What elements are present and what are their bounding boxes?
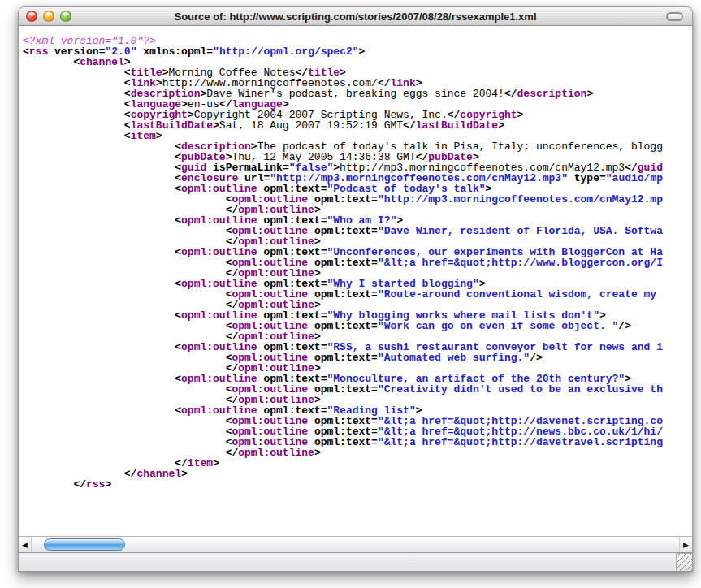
token-pun: > <box>586 88 593 100</box>
token-val: "http://opml.org/spec2" <box>213 45 358 58</box>
token-val: "Creativity didn't used to be an exclusi… <box>378 383 663 396</box>
source-line: <opml:outline opml:text="Automated web s… <box>23 352 692 363</box>
token-pun: = <box>371 436 378 448</box>
source-line: <opml:outline opml:text="&lt;a href=&quo… <box>23 437 692 447</box>
token-pun: </ <box>504 88 517 100</box>
token-pun: < <box>175 246 181 258</box>
token-pun: </ <box>124 468 137 480</box>
token-pun: = <box>206 45 213 58</box>
token-val: "Work can go on even if some object. " <box>378 320 618 332</box>
minimize-button[interactable] <box>43 11 54 22</box>
token-pun: > <box>213 457 219 469</box>
token-pun: /> <box>530 352 543 364</box>
source-line: <opml:outline opml:text="Route-around co… <box>23 289 692 300</box>
token-tag: channel <box>136 468 181 480</box>
token-pun: < <box>175 183 181 195</box>
token-tag: channel <box>80 56 124 68</box>
scroll-left-button[interactable]: ◀ <box>19 537 32 552</box>
token-pun: = <box>371 352 378 364</box>
status-bar <box>19 552 692 571</box>
source-line: <opml:outline opml:text="Dave Winer, res… <box>23 226 692 236</box>
token-pun: </ <box>73 478 86 491</box>
token-tag: item <box>131 130 156 142</box>
token-pun: < <box>175 278 181 290</box>
source-line: </channel> <box>23 469 692 479</box>
scroll-right-icon: ▶ <box>683 541 689 549</box>
close-button[interactable] <box>26 11 37 22</box>
token-tag: rss <box>86 478 105 491</box>
token-pun: = <box>599 172 606 184</box>
token-pun: > <box>105 478 111 491</box>
token-pun: /> <box>618 320 631 332</box>
source-lines: <?xml version="1.0"?><rss version="2.0" … <box>23 36 692 490</box>
token-pun: < <box>124 130 131 142</box>
source-content: <?xml version="1.0"?><rss version="2.0" … <box>19 26 692 536</box>
scrollbar-track[interactable] <box>32 537 679 552</box>
token-tag: opml:outline <box>238 447 314 459</box>
token-pun: < <box>175 373 181 385</box>
resize-grip[interactable] <box>676 553 692 571</box>
zoom-button[interactable] <box>60 11 71 22</box>
token-pun: > <box>314 447 321 459</box>
toolbar-toggle-button[interactable] <box>666 12 683 21</box>
token-pun: > <box>517 109 524 121</box>
token-pun: > <box>156 130 162 142</box>
source-line: <opml:outline opml:text="http://mp3.morn… <box>23 194 692 205</box>
source-line: <opml:outline opml:text="Creativity didn… <box>23 384 692 395</box>
token-val: "Route-around conventional wisdom, creat… <box>378 288 663 300</box>
scroll-left-icon: ◀ <box>22 541 28 549</box>
token-pun: = <box>371 383 378 396</box>
token-pun: = <box>371 288 378 300</box>
token-pun: </ <box>226 447 239 459</box>
title-bar[interactable]: Source of: http://www.scripting.com/stor… <box>19 7 692 26</box>
token-pun: > <box>181 468 188 480</box>
token-pun: < <box>175 404 181 417</box>
window-controls <box>26 11 71 22</box>
source-line: <opml:outline opml:text="&lt;a href=&quo… <box>23 257 692 268</box>
source-line: <lastBuildDate>Sat, 18 Aug 2007 19:52:19… <box>23 120 692 131</box>
source-line: <description>Dave Winer's podcast, break… <box>23 89 692 99</box>
token-val: "&lt;a href=&quot;http://www.bloggercon.… <box>378 257 663 269</box>
token-val: "audio/mp <box>606 172 663 184</box>
token-val: "Automated web surfing." <box>378 352 530 364</box>
source-line: </item> <box>23 458 692 469</box>
token-pun: = <box>371 320 378 332</box>
scroll-right-button[interactable]: ▶ <box>679 537 692 552</box>
source-line: <channel> <box>23 57 692 67</box>
scrollbar-thumb[interactable] <box>44 538 125 551</box>
token-pun: < <box>23 45 29 58</box>
source-line: </opml:outline> <box>23 447 692 458</box>
token-pun: > <box>213 119 219 132</box>
token-pun: < <box>175 341 181 353</box>
view-source-window: Source of: http://www.scripting.com/stor… <box>18 6 693 572</box>
window-title: Source of: http://www.scripting.com/stor… <box>174 11 536 23</box>
token-val: "http://mp3.morningcoffeenotes.com/cnMay… <box>378 193 663 205</box>
token-pun: = <box>371 225 378 237</box>
token-pun: = <box>371 257 378 269</box>
token-tag: lastBuildDate <box>416 119 498 132</box>
token-pun: < <box>175 309 181 322</box>
token-attr: type <box>568 172 599 184</box>
token-pun: </ <box>403 119 416 132</box>
token-tag: description <box>517 88 587 100</box>
token-val: "Dave Winer, resident of Florida, USA. S… <box>378 225 663 237</box>
horizontal-scrollbar[interactable]: ◀ ▶ <box>19 536 692 552</box>
source-line: <opml:outline opml:text="Work can go on … <box>23 321 692 331</box>
token-pun: > <box>359 45 366 58</box>
token-pun: < <box>175 214 181 227</box>
token-txt: Sat, 18 Aug 2007 19:52:19 GMT <box>219 119 403 132</box>
token-pun: > <box>498 119 504 132</box>
token-tag: rss <box>29 45 48 58</box>
token-val: "&lt;a href=&quot;http://davetravel.scri… <box>378 436 663 448</box>
token-attr: xmlns:opml <box>136 45 206 58</box>
source-line: </rss> <box>23 479 692 490</box>
token-tag: item <box>188 457 213 469</box>
token-pun: = <box>371 193 378 205</box>
